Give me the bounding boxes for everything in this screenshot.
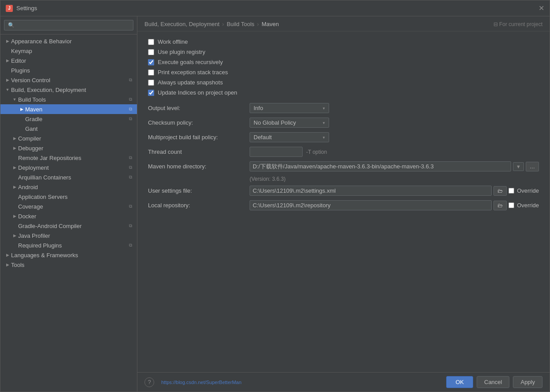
user-settings-override-checkbox[interactable] [508,188,514,194]
sidebar-item-label: Languages & Frameworks [11,252,133,259]
thread-count-label: Thread count [148,148,250,155]
sidebar-item-gradle-android[interactable]: Gradle-Android Compiler ⧉ [0,221,137,231]
thread-count-input[interactable] [250,147,303,157]
output-level-select[interactable]: Info Debug Warning Error [250,103,329,113]
copy-icon: ⧉ [127,116,133,122]
sidebar-item-appearance[interactable]: ▶ Appearance & Behavior [0,36,137,46]
sidebar-item-label: Java Profiler [18,232,133,239]
sidebar-item-label: Arquillian Containers [18,174,125,181]
arrow-icon [11,174,18,181]
maven-home-dropdown-btn[interactable]: ▼ [513,162,524,171]
local-repository-override-label: Override [517,202,539,209]
arrow-icon: ▼ [11,96,18,103]
sidebar-item-label: Tools [11,262,133,268]
sidebar-item-java-profiler[interactable]: ▶ Java Profiler [0,231,137,240]
arrow-icon: ▶ [4,261,11,268]
sidebar-item-build-execution[interactable]: ▼ Build, Execution, Deployment [0,85,137,95]
arrow-icon: ▶ [11,164,18,171]
maven-home-browse-btn[interactable]: … [526,162,539,171]
checkbox-update-indices-row: Update Indices on project open [148,89,539,96]
multiproject-policy-row: Multiproject build fail policy: Default … [148,132,539,142]
maven-home-row: Maven home directory: ▼ … [148,161,539,171]
sidebar-item-editor[interactable]: ▶ Editor [0,56,137,65]
arrow-icon: ▶ [18,106,25,113]
execute-goals-checkbox[interactable] [148,59,154,65]
local-repository-browse-btn[interactable]: 🗁 [493,201,507,210]
always-update-checkbox[interactable] [148,80,154,86]
update-indices-checkbox[interactable] [148,90,154,96]
user-settings-input[interactable] [250,186,492,196]
arrow-icon [11,154,18,161]
print-exception-label: Print exception stack traces [158,69,228,76]
sidebar-item-remote-jar[interactable]: Remote Jar Repositories ⧉ [0,153,137,163]
sidebar-item-label: Gant [25,126,133,132]
sidebar-item-label: Coverage [18,203,125,210]
apply-button[interactable]: Apply [513,376,542,388]
sidebar-item-debugger[interactable]: ▶ Debugger [0,143,137,153]
sidebar-item-arquillian[interactable]: Arquillian Containers ⧉ [0,172,137,182]
search-input[interactable] [4,20,133,30]
checkbox-always-update-row: Always update snapshots [148,79,539,86]
sidebar-item-label: Gradle [25,116,125,122]
copy-icon: ⧉ [127,106,133,112]
local-repository-label: Local repository: [148,202,250,209]
url-bar: https://blog.csdn.net/SuperBetterMan [161,380,242,385]
sidebar-item-required-plugins[interactable]: Required Plugins ⧉ [0,240,137,250]
use-plugin-registry-checkbox[interactable] [148,49,154,55]
sidebar-item-tools[interactable]: ▶ Tools [0,260,137,270]
sidebar-item-keymap[interactable]: Keymap [0,46,137,56]
user-settings-control: 🗁 Override [250,186,539,196]
local-repository-override-checkbox[interactable] [508,202,514,208]
sidebar-item-gant[interactable]: Gant [0,124,137,133]
sidebar-item-app-servers[interactable]: Application Servers [0,192,137,202]
bottom-bar: ? https://blog.csdn.net/SuperBetterMan O… [137,372,550,392]
sidebar-item-label: Gradle-Android Compiler [18,223,125,229]
copy-icon: ⧉ [127,174,133,180]
sidebar-item-maven[interactable]: ▶ Maven ⧉ [0,104,137,114]
work-offline-checkbox[interactable] [148,39,154,45]
sidebar-item-version-control[interactable]: ▶ Version Control ⧉ [0,75,137,85]
copy-icon: ⧉ [127,223,133,229]
arrow-icon: ▶ [4,251,11,259]
right-panel: Build, Execution, Deployment › Build Too… [137,16,550,392]
thread-count-control: -T option [250,147,539,157]
sidebar-item-deployment[interactable]: ▶ Deployment ⧉ [0,163,137,172]
ok-button[interactable]: OK [446,376,473,388]
sidebar-item-build-tools[interactable]: ▼ Build Tools ⧉ [0,95,137,104]
sidebar-item-coverage[interactable]: Coverage ⧉ [0,202,137,211]
checkbox-use-plugin-row: Use plugin registry [148,49,539,55]
sidebar-item-label: Plugins [11,67,133,74]
sidebar-item-android[interactable]: ▶ Android [0,182,137,192]
local-repository-control: 🗁 Override [250,200,539,210]
help-button[interactable]: ? [144,377,154,387]
user-settings-label: User settings file: [148,187,250,194]
print-exception-checkbox[interactable] [148,69,154,76]
sidebar-item-languages[interactable]: ▶ Languages & Frameworks [0,250,137,260]
copy-icon: ⧉ [127,203,133,209]
update-indices-label: Update Indices on project open [158,89,237,96]
main-content: ▶ Appearance & Behavior Keymap ▶ Editor … [0,16,550,392]
user-settings-browse-btn[interactable]: 🗁 [493,186,507,196]
sidebar-item-label: Application Servers [18,194,133,200]
breadcrumb: Build, Execution, Deployment › Build Too… [137,16,550,31]
sidebar-item-plugins[interactable]: Plugins [0,65,137,75]
arrow-icon: ▶ [11,183,18,190]
sidebar-item-compiler[interactable]: ▶ Compiler [0,133,137,143]
close-button[interactable]: ✕ [539,4,544,12]
output-level-select-wrapper: Info Debug Warning Error [250,103,329,113]
output-level-control: Info Debug Warning Error [250,103,539,113]
sidebar-item-docker[interactable]: ▶ Docker [0,211,137,221]
arrow-icon [18,115,25,122]
checksum-policy-control: No Global Policy Warn Fail [250,118,539,128]
sidebar-item-label: Build, Execution, Deployment [11,87,133,93]
action-buttons: OK Cancel Apply [446,376,542,388]
sidebar-item-gradle[interactable]: Gradle ⧉ [0,114,137,124]
sidebar: ▶ Appearance & Behavior Keymap ▶ Editor … [0,16,137,392]
checksum-policy-select[interactable]: No Global Policy Warn Fail [250,118,329,128]
window-title: Settings [16,5,37,11]
local-repository-input[interactable] [250,200,492,210]
cancel-button[interactable]: Cancel [477,376,509,388]
arrow-icon: ▶ [11,135,18,142]
multiproject-policy-select[interactable]: Default Always Never AtEnd AtOnce [250,132,329,142]
maven-home-input[interactable] [250,161,511,171]
